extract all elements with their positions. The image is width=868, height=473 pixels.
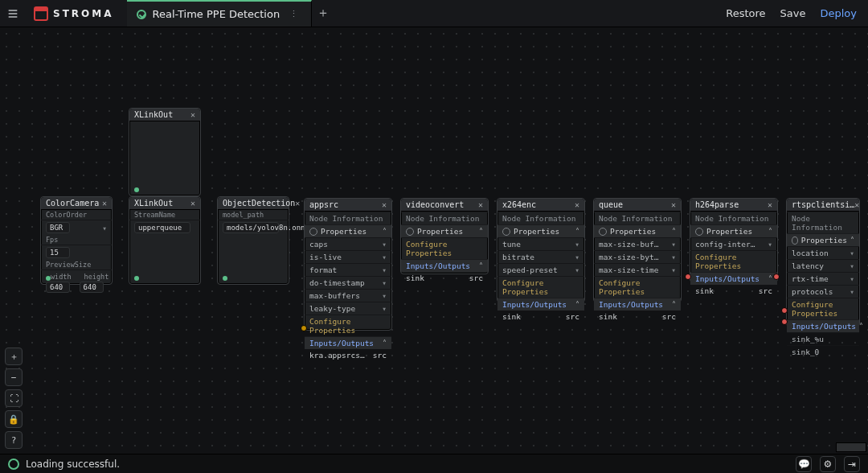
configure-link[interactable]: Configure Properties xyxy=(309,317,387,335)
node-h264parse[interactable]: h264parse✕ Node Information Properties˄ … xyxy=(690,198,778,282)
port-dot[interactable] xyxy=(781,307,788,314)
prop-row[interactable]: is-live xyxy=(309,253,342,261)
chevron-down-icon[interactable]: ▾ xyxy=(102,224,107,232)
close-icon[interactable]: ✕ xyxy=(478,200,483,209)
prop-row[interactable]: max-buffers xyxy=(309,291,360,300)
properties-header[interactable]: Properties˄ xyxy=(787,233,859,246)
sink-port[interactable]: sink_0 xyxy=(792,348,819,356)
prop-row[interactable]: bitrate xyxy=(502,253,534,261)
fit-button[interactable]: ⛶ xyxy=(5,389,23,407)
prop-row[interactable]: max-size-time xyxy=(599,265,658,274)
configure-link[interactable]: Configure Properties xyxy=(406,240,483,257)
sink-port[interactable]: sink xyxy=(406,274,424,282)
configure-link[interactable]: Configure Properties xyxy=(502,278,579,296)
port-dot[interactable] xyxy=(781,319,788,325)
close-icon[interactable]: ✕ xyxy=(382,200,387,209)
io-header[interactable]: Inputs/Outputs˄ xyxy=(690,272,777,285)
status-ok-icon xyxy=(8,459,19,470)
settings-icon[interactable]: ⚙ xyxy=(820,456,836,472)
io-header[interactable]: Inputs/Outputs˄ xyxy=(401,259,488,272)
node-xlinkout-2[interactable]: XLinkOut✕ StreamName upperqueue xyxy=(129,196,201,285)
configure-link[interactable]: Configure Properties xyxy=(695,253,772,270)
close-icon[interactable]: ✕ xyxy=(102,199,107,208)
comment-icon[interactable]: 💬 xyxy=(796,456,812,472)
height-input[interactable]: 640 xyxy=(80,282,104,293)
node-objectdetection[interactable]: ObjectDetection✕ model_path models/yolov… xyxy=(217,196,289,285)
collapse-icon[interactable]: ⇥ xyxy=(844,456,860,472)
minimap[interactable] xyxy=(836,442,866,452)
status-dot xyxy=(223,276,227,281)
close-icon[interactable]: ✕ xyxy=(854,200,859,209)
close-icon[interactable]: ✕ xyxy=(671,200,676,209)
port-dot[interactable] xyxy=(685,274,691,280)
modelpath-input[interactable]: models/yolov8n.onnx xyxy=(223,222,279,233)
menu-icon[interactable] xyxy=(0,0,26,27)
prop-row[interactable]: format xyxy=(309,265,337,274)
close-icon[interactable]: ✕ xyxy=(190,110,195,119)
prop-row[interactable]: leaky-type xyxy=(309,304,355,313)
zoom-in-button[interactable]: ＋ xyxy=(5,348,23,365)
prop-row[interactable]: max-size-buf… xyxy=(599,240,658,249)
prop-row[interactable]: location xyxy=(792,249,829,257)
properties-header[interactable]: Properties˄ xyxy=(690,224,777,237)
color-order-select[interactable]: BGR xyxy=(46,222,70,233)
port-dot[interactable] xyxy=(301,325,307,331)
tab-more-icon[interactable]: ⋮ xyxy=(286,9,301,19)
restore-button[interactable]: Restore xyxy=(726,7,765,19)
deploy-button[interactable]: Deploy xyxy=(820,7,857,19)
sink-port[interactable]: sink_%u xyxy=(792,335,824,343)
fps-input[interactable]: 15 xyxy=(46,247,70,258)
prop-row[interactable]: do-timestamp xyxy=(309,278,365,287)
prop-row[interactable]: speed-preset xyxy=(502,265,558,274)
io-header[interactable]: Inputs/Outputs˄ xyxy=(497,298,584,311)
properties-header[interactable]: Properties˄ xyxy=(497,224,584,237)
node-x264enc[interactable]: x264enc✕ Node Information Properties˄ tu… xyxy=(497,198,585,302)
close-icon[interactable]: ✕ xyxy=(575,200,579,209)
tab-add-button[interactable]: ＋ xyxy=(312,0,334,27)
configure-link[interactable]: Configure Properties xyxy=(599,278,676,296)
graph-canvas[interactable]: ＋ − ⛶ 🔒 ? ColorCamera✕ ColorOrder BGR▾ F… xyxy=(0,27,868,454)
node-videoconvert[interactable]: videoconvert✕ Node Information Propertie… xyxy=(400,198,489,274)
prop-row[interactable]: latency xyxy=(792,261,824,270)
node-appsrc[interactable]: appsrc✕ Node Information Properties˄ cap… xyxy=(304,198,392,331)
node-rtspclientsink[interactable]: rtspclientsi…✕ Node Information Properti… xyxy=(786,198,860,327)
width-input[interactable]: 640 xyxy=(46,282,70,293)
src-port[interactable]: src xyxy=(469,274,483,282)
io-header[interactable]: Inputs/Outputs˄ xyxy=(787,319,859,332)
sink-port[interactable]: sink xyxy=(502,312,521,321)
node-xlinkout-1[interactable]: XLinkOut✕ xyxy=(129,108,201,196)
node-queue[interactable]: queue✕ Node Information Properties˄ max-… xyxy=(593,198,682,302)
prop-row[interactable]: tune xyxy=(502,240,521,249)
prop-row[interactable]: rtx-time xyxy=(792,274,829,283)
properties-header[interactable]: Properties˄ xyxy=(594,224,681,237)
properties-header[interactable]: Properties˄ xyxy=(401,224,488,237)
sink-port[interactable]: sink xyxy=(695,286,714,295)
lock-button[interactable]: 🔒 xyxy=(5,410,23,428)
io-header[interactable]: Inputs/Outputs˄ xyxy=(305,336,391,349)
out-port[interactable]: kra.appsrcs… xyxy=(309,351,365,360)
src-port[interactable]: src xyxy=(566,312,579,321)
node-info: Node Information xyxy=(401,212,488,224)
configure-link[interactable]: Configure Properties xyxy=(792,300,854,318)
prop-row[interactable]: caps xyxy=(309,240,328,249)
io-header[interactable]: Inputs/Outputs˄ xyxy=(594,298,681,311)
prop-row[interactable]: config-inter… xyxy=(695,240,755,249)
prop-label: StreamName xyxy=(129,210,200,220)
close-icon[interactable]: ✕ xyxy=(190,199,195,208)
prop-row[interactable]: protocols xyxy=(792,287,833,296)
streamname-input[interactable]: upperqueue xyxy=(134,222,190,233)
help-button[interactable]: ? xyxy=(5,431,23,449)
close-icon[interactable]: ✕ xyxy=(295,199,300,208)
port-dot[interactable] xyxy=(773,274,780,280)
node-colorcamera[interactable]: ColorCamera✕ ColorOrder BGR▾ Fps 15 Prev… xyxy=(40,196,113,285)
prop-row[interactable]: max-size-byt… xyxy=(599,253,658,261)
save-button[interactable]: Save xyxy=(780,7,806,19)
tab-active[interactable]: Real-Time PPE Detection ⋮ xyxy=(127,0,313,27)
close-icon[interactable]: ✕ xyxy=(768,200,772,209)
properties-header[interactable]: Properties˄ xyxy=(305,224,391,237)
zoom-out-button[interactable]: − xyxy=(5,368,23,386)
status-text: Loading successful. xyxy=(26,459,120,470)
src-port[interactable]: src xyxy=(662,312,676,321)
sink-port[interactable]: sink xyxy=(599,312,617,321)
src-port[interactable]: src xyxy=(759,286,772,295)
